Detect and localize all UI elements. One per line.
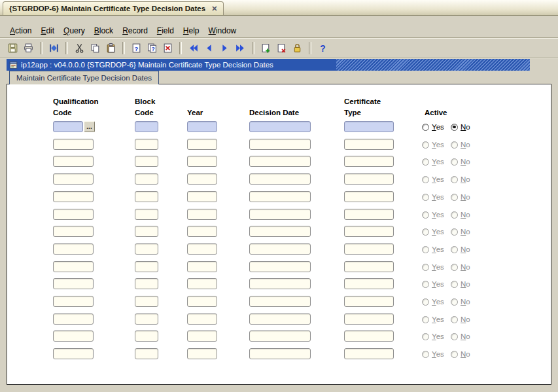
certificate-type-field[interactable] bbox=[344, 313, 394, 325]
qualification-code-field[interactable] bbox=[53, 209, 94, 220]
certificate-type-field[interactable] bbox=[344, 121, 394, 132]
certificate-type-field[interactable] bbox=[344, 191, 394, 202]
year-field[interactable] bbox=[187, 226, 217, 237]
menu-help[interactable]: Help bbox=[179, 26, 204, 36]
certificate-type-field[interactable] bbox=[344, 243, 394, 255]
window-tab[interactable]: {STGRDOP-6} Maintain Certificate Type De… bbox=[3, 1, 224, 15]
previous-record-icon[interactable] bbox=[201, 41, 217, 56]
certificate-type-field[interactable] bbox=[344, 173, 394, 185]
canvas-tab[interactable]: Maintain Certificate Type Decision Dates bbox=[9, 71, 159, 84]
certificate-type-field[interactable] bbox=[344, 209, 394, 220]
qualification-code-field[interactable] bbox=[53, 278, 94, 289]
qualification-code-field[interactable] bbox=[53, 121, 83, 132]
decision-date-field[interactable] bbox=[249, 209, 311, 220]
qualification-code-field[interactable] bbox=[53, 313, 94, 325]
qualification-code-field[interactable] bbox=[53, 330, 94, 342]
next-block-icon[interactable] bbox=[233, 41, 248, 56]
qualification-code-field[interactable] bbox=[53, 348, 94, 359]
enter-query-icon[interactable]: ? bbox=[129, 41, 144, 56]
decision-date-field[interactable] bbox=[249, 191, 311, 202]
year-field[interactable] bbox=[187, 191, 217, 202]
menu-record[interactable]: Record bbox=[118, 26, 152, 36]
certificate-type-field[interactable] bbox=[344, 348, 394, 359]
remove-record-icon[interactable] bbox=[274, 41, 289, 56]
block-code-field[interactable] bbox=[135, 243, 158, 255]
year-field[interactable] bbox=[187, 330, 217, 342]
decision-date-field[interactable] bbox=[249, 121, 311, 132]
help-icon[interactable]: ? bbox=[315, 41, 330, 56]
menu-action[interactable]: Action bbox=[5, 26, 36, 36]
certificate-type-field[interactable] bbox=[344, 296, 394, 307]
year-field[interactable] bbox=[187, 296, 217, 307]
block-code-field[interactable] bbox=[135, 330, 158, 342]
qualification-code-lov-button[interactable]: ... bbox=[84, 121, 95, 132]
menu-window[interactable]: Window bbox=[204, 26, 241, 36]
active-yes-radio[interactable]: Yes bbox=[422, 122, 444, 132]
window-tab-close-icon[interactable]: ✕ bbox=[211, 5, 217, 13]
menu-edit[interactable]: Edit bbox=[36, 26, 59, 36]
cancel-query-icon[interactable] bbox=[160, 41, 175, 56]
year-field[interactable] bbox=[187, 243, 217, 255]
save-icon[interactable] bbox=[5, 41, 20, 56]
year-field[interactable] bbox=[187, 139, 217, 150]
block-code-field[interactable] bbox=[135, 173, 158, 185]
year-field[interactable] bbox=[187, 348, 217, 359]
block-code-field[interactable] bbox=[135, 209, 158, 220]
menu-query[interactable]: Query bbox=[59, 26, 90, 36]
year-field[interactable] bbox=[187, 313, 217, 325]
previous-block-icon[interactable] bbox=[186, 41, 201, 56]
block-code-field[interactable] bbox=[135, 191, 158, 202]
active-no-radio[interactable]: No bbox=[451, 122, 470, 132]
year-field[interactable] bbox=[187, 261, 217, 272]
qualification-code-field[interactable] bbox=[53, 226, 94, 237]
block-code-field[interactable] bbox=[135, 261, 158, 272]
menu-field[interactable]: Field bbox=[152, 26, 179, 36]
qualification-code-field[interactable] bbox=[53, 173, 94, 185]
year-field[interactable] bbox=[187, 121, 217, 132]
qualification-code-field[interactable] bbox=[53, 139, 94, 150]
year-field[interactable] bbox=[187, 209, 217, 220]
block-code-field[interactable] bbox=[135, 139, 158, 150]
lock-record-icon[interactable] bbox=[290, 41, 305, 56]
block-code-field[interactable] bbox=[135, 313, 158, 325]
decision-date-field[interactable] bbox=[249, 348, 311, 359]
block-code-field[interactable] bbox=[135, 348, 158, 359]
paste-icon[interactable] bbox=[103, 41, 118, 56]
year-field[interactable] bbox=[187, 173, 217, 185]
execute-query-icon[interactable]: ? bbox=[145, 41, 160, 56]
certificate-type-field[interactable] bbox=[344, 278, 394, 289]
decision-date-field[interactable] bbox=[249, 173, 311, 185]
decision-date-field[interactable] bbox=[249, 226, 311, 237]
block-code-field[interactable] bbox=[135, 278, 158, 289]
decision-date-field[interactable] bbox=[249, 296, 311, 307]
qualification-code-field[interactable] bbox=[53, 261, 94, 272]
decision-date-field[interactable] bbox=[249, 243, 311, 255]
block-code-field[interactable] bbox=[135, 296, 158, 307]
block-code-field[interactable] bbox=[135, 226, 158, 237]
rollback-icon[interactable] bbox=[46, 41, 61, 56]
year-field[interactable] bbox=[187, 278, 217, 289]
decision-date-field[interactable] bbox=[249, 156, 311, 167]
insert-record-icon[interactable] bbox=[258, 41, 273, 56]
decision-date-field[interactable] bbox=[249, 278, 311, 289]
decision-date-field[interactable] bbox=[249, 139, 311, 150]
certificate-type-field[interactable] bbox=[344, 261, 394, 272]
decision-date-field[interactable] bbox=[249, 313, 311, 325]
next-record-icon[interactable] bbox=[217, 41, 232, 56]
block-code-field[interactable] bbox=[135, 121, 158, 132]
decision-date-field[interactable] bbox=[249, 261, 311, 272]
block-code-field[interactable] bbox=[135, 156, 158, 167]
decision-date-field[interactable] bbox=[249, 330, 311, 342]
certificate-type-field[interactable] bbox=[344, 156, 394, 167]
qualification-code-field[interactable] bbox=[53, 156, 94, 167]
year-field[interactable] bbox=[187, 156, 217, 167]
menu-block[interactable]: Block bbox=[90, 26, 118, 36]
certificate-type-field[interactable] bbox=[344, 330, 394, 342]
qualification-code-field[interactable] bbox=[53, 243, 94, 255]
copy-icon[interactable] bbox=[88, 41, 103, 56]
qualification-code-field[interactable] bbox=[53, 296, 94, 307]
print-icon[interactable] bbox=[21, 41, 36, 56]
certificate-type-field[interactable] bbox=[344, 226, 394, 237]
qualification-code-field[interactable] bbox=[53, 191, 94, 202]
certificate-type-field[interactable] bbox=[344, 139, 394, 150]
